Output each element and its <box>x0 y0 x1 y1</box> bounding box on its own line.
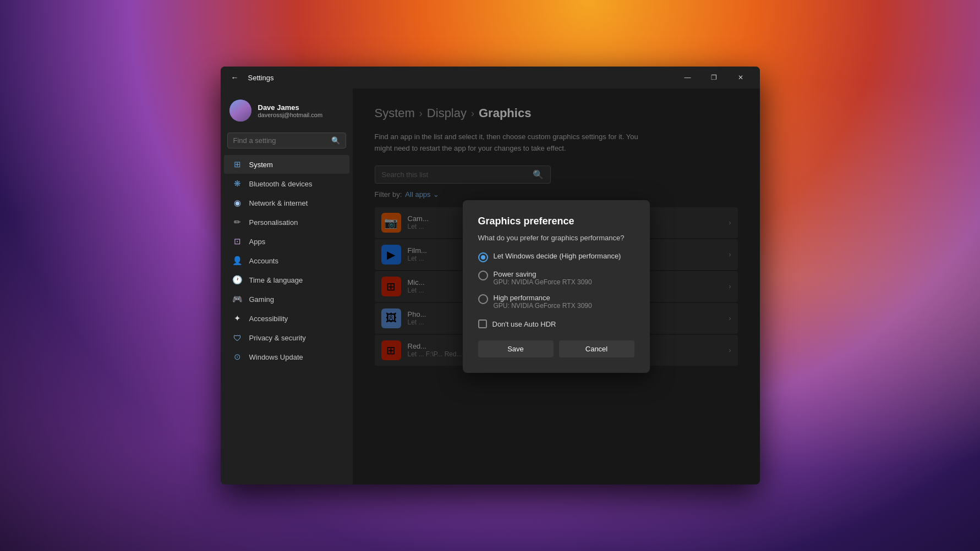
dialog-overlay: Graphics preference What do you prefer f… <box>353 89 760 484</box>
checkbox-box <box>478 319 487 328</box>
nav-icon-privacy: 🛡 <box>233 333 243 343</box>
checkbox-auto-hdr[interactable]: Don't use Auto HDR <box>478 319 634 328</box>
user-info: Dave James daverossj@hotmail.com <box>258 103 323 118</box>
nav-label-accessibility: Accessibility <box>249 315 288 323</box>
sidebar-item-gaming[interactable]: 🎮 Gaming <box>224 290 349 308</box>
nav-icon-apps: ⊡ <box>233 236 243 246</box>
settings-window: ← Settings — ❐ ✕ Dave James daverossj@ho… <box>221 67 760 484</box>
nav-label-bluetooth: Bluetooth & devices <box>249 180 313 188</box>
nav-icon-gaming: 🎮 <box>233 294 243 304</box>
nav-list: ⊞ System ❋ Bluetooth & devices ◉ Network… <box>221 155 353 366</box>
nav-label-network: Network & internet <box>249 199 308 207</box>
sidebar: Dave James daverossj@hotmail.com 🔍 ⊞ Sys… <box>221 89 353 484</box>
radio-power-saving <box>478 271 488 280</box>
radio-group: Let Windows decide (High performance) Po… <box>478 252 634 310</box>
dialog-title: Graphics preference <box>478 216 634 227</box>
sidebar-item-apps[interactable]: ⊡ Apps <box>224 232 349 251</box>
user-name: Dave James <box>258 103 323 112</box>
sidebar-item-privacy[interactable]: 🛡 Privacy & security <box>224 328 349 347</box>
nav-icon-bluetooth: ❋ <box>233 179 243 189</box>
checkbox-label: Don't use Auto HDR <box>492 320 556 328</box>
sidebar-item-network[interactable]: ◉ Network & internet <box>224 194 349 212</box>
nav-icon-accounts: 👤 <box>233 256 243 266</box>
radio-let-windows <box>478 252 488 262</box>
back-button[interactable]: ← <box>227 70 243 85</box>
close-button[interactable]: ✕ <box>728 69 753 86</box>
dialog-buttons: Save Cancel <box>478 340 634 357</box>
dialog-question: What do you prefer for graphics performa… <box>478 234 634 242</box>
sidebar-search-box[interactable]: 🔍 <box>227 133 346 148</box>
sidebar-search-input[interactable] <box>233 136 327 145</box>
minimize-button[interactable]: — <box>675 69 700 86</box>
search-icon: 🔍 <box>331 136 340 145</box>
nav-label-apps: Apps <box>249 238 266 246</box>
nav-icon-time: 🕐 <box>233 275 243 285</box>
title-bar-left: ← Settings <box>227 70 675 85</box>
graphics-preference-dialog: Graphics preference What do you prefer f… <box>463 200 650 373</box>
sidebar-item-personalisation[interactable]: ✏ Personalisation <box>224 213 349 232</box>
radio-power-saving-label: Power saving GPU: NVIDIA GeForce RTX 309… <box>494 270 592 286</box>
title-bar: ← Settings — ❐ ✕ <box>221 67 760 89</box>
nav-icon-system: ⊞ <box>233 159 243 169</box>
nav-label-personalisation: Personalisation <box>249 218 298 227</box>
option-let-windows[interactable]: Let Windows decide (High performance) <box>478 252 634 262</box>
user-section: Dave James daverossj@hotmail.com <box>221 93 353 130</box>
nav-icon-personalisation: ✏ <box>233 217 243 227</box>
nav-icon-update: ⊙ <box>233 352 243 362</box>
sidebar-item-accounts[interactable]: 👤 Accounts <box>224 251 349 270</box>
radio-high-performance-label: High performance GPU: NVIDIA GeForce RTX… <box>494 294 592 310</box>
nav-label-update: Windows Update <box>249 353 303 361</box>
nav-label-privacy: Privacy & security <box>249 334 306 342</box>
sidebar-item-accessibility[interactable]: ✦ Accessibility <box>224 309 349 328</box>
nav-label-time: Time & language <box>249 276 303 284</box>
radio-let-windows-label: Let Windows decide (High performance) <box>494 252 621 260</box>
radio-high-performance <box>478 294 488 304</box>
user-email: daverossj@hotmail.com <box>258 112 323 118</box>
option-high-performance[interactable]: High performance GPU: NVIDIA GeForce RTX… <box>478 294 634 310</box>
cancel-button[interactable]: Cancel <box>559 340 634 357</box>
sidebar-item-system[interactable]: ⊞ System <box>224 155 349 174</box>
main-content: System › Display › Graphics Find an app … <box>353 89 760 484</box>
nav-label-system: System <box>249 161 273 169</box>
window-body: Dave James daverossj@hotmail.com 🔍 ⊞ Sys… <box>221 89 760 484</box>
avatar <box>229 100 251 122</box>
nav-label-gaming: Gaming <box>249 295 275 304</box>
nav-label-accounts: Accounts <box>249 257 278 265</box>
maximize-button[interactable]: ❐ <box>702 69 727 86</box>
sidebar-item-bluetooth[interactable]: ❋ Bluetooth & devices <box>224 174 349 193</box>
sidebar-item-update[interactable]: ⊙ Windows Update <box>224 348 349 366</box>
option-power-saving[interactable]: Power saving GPU: NVIDIA GeForce RTX 309… <box>478 270 634 286</box>
window-title: Settings <box>248 74 274 82</box>
sidebar-item-time[interactable]: 🕐 Time & language <box>224 271 349 289</box>
avatar-image <box>229 100 251 122</box>
save-button[interactable]: Save <box>478 340 554 357</box>
title-bar-controls: — ❐ ✕ <box>675 69 753 86</box>
nav-icon-network: ◉ <box>233 198 243 208</box>
nav-icon-accessibility: ✦ <box>233 313 243 323</box>
